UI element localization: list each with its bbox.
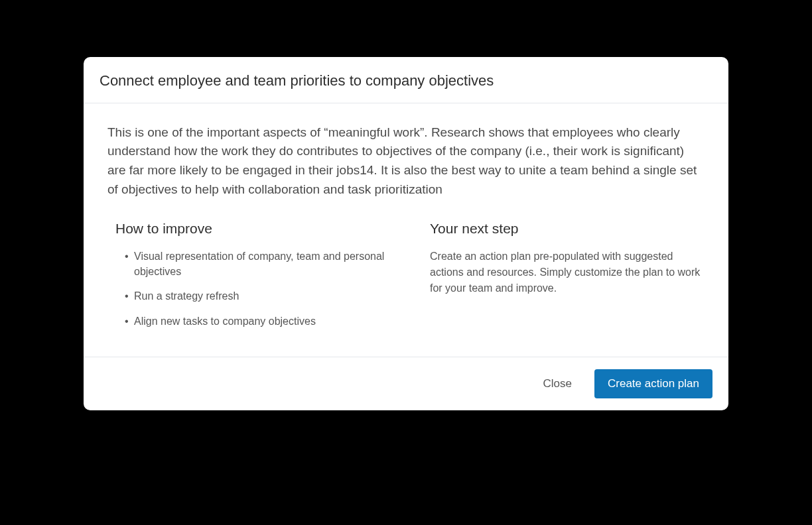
create-action-plan-button[interactable]: Create action plan	[594, 369, 712, 398]
close-button[interactable]: Close	[537, 372, 578, 396]
modal-header: Connect employee and team priorities to …	[84, 57, 728, 103]
how-to-improve-column: How to improve Visual representation of …	[115, 221, 390, 338]
modal-title: Connect employee and team priorities to …	[100, 72, 712, 91]
next-step-heading: Your next step	[430, 221, 705, 237]
next-step-column: Your next step Create an action plan pre…	[430, 221, 705, 338]
modal-body: This is one of the important aspects of …	[84, 103, 728, 357]
how-to-improve-heading: How to improve	[115, 221, 390, 237]
intro-text: This is one of the important aspects of …	[107, 123, 705, 200]
next-step-text: Create an action plan pre-populated with…	[430, 249, 705, 296]
columns-container: How to improve Visual representation of …	[107, 221, 705, 338]
improve-list: Visual representation of company, team a…	[115, 249, 390, 329]
modal-dialog: Connect employee and team priorities to …	[84, 57, 728, 410]
list-item: Run a strategy refresh	[125, 288, 390, 304]
modal-footer: Close Create action plan	[84, 357, 728, 410]
list-item: Visual representation of company, team a…	[125, 249, 390, 279]
list-item: Align new tasks to company objectives	[125, 314, 390, 329]
